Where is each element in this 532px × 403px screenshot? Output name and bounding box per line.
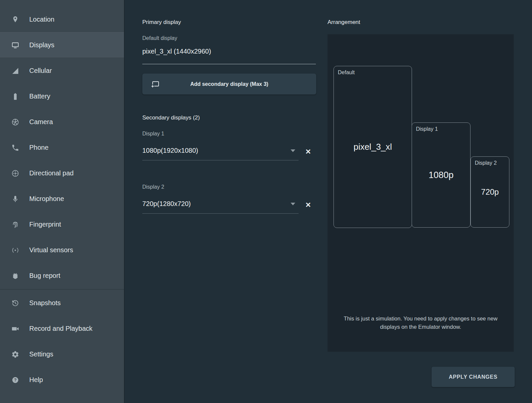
battery-icon <box>11 93 19 101</box>
sidebar-item-label: Record and Playback <box>29 325 92 332</box>
display-2-dropdown-chevron-icon[interactable] <box>291 203 295 205</box>
sidebar-item-bug-report[interactable]: Bug report <box>0 263 124 289</box>
svg-text:?: ? <box>14 378 17 382</box>
sidebar-item-label: Displays <box>29 41 55 49</box>
arrangement-panel: Default pixel_3_xl Display 1 1080p Displ… <box>328 34 514 352</box>
sidebar-item-label: Virtual sensors <box>29 246 73 254</box>
display-1-remove-icon[interactable]: ✕ <box>305 148 311 155</box>
bug-icon <box>11 272 19 280</box>
sidebar-item-label: Help <box>29 376 43 384</box>
sidebar-item-settings[interactable]: Settings <box>0 341 124 367</box>
sidebar-item-virtual-sensors[interactable]: Virtual sensors <box>0 237 124 263</box>
sidebar-item-label: Settings <box>29 350 53 358</box>
sidebar-item-microphone[interactable]: Microphone <box>0 186 124 212</box>
default-display-underline <box>142 64 316 64</box>
sidebar-item-label: Location <box>29 16 55 23</box>
arrangement-box-display-1: Display 1 1080p <box>412 122 470 228</box>
display-1-resolution-select[interactable]: 1080p(1920x1080) <box>142 147 198 154</box>
simulation-note: This is just a simulation. You need to a… <box>341 314 500 331</box>
add-display-icon <box>151 80 160 89</box>
secondary-displays-section-title: Secondary displays (2) <box>142 114 200 121</box>
sidebar-item-label: Cellular <box>29 67 52 75</box>
fingerprint-icon <box>11 221 19 229</box>
virtual-sensors-icon <box>11 246 19 254</box>
settings-gear-icon <box>11 350 19 358</box>
location-pin-icon <box>11 16 19 24</box>
arrangement-box-default: Default pixel_3_xl <box>333 66 412 228</box>
sidebar-item-label: Directional pad <box>29 169 73 177</box>
sidebar-item-record-and-playback[interactable]: Record and Playback <box>0 316 124 341</box>
sidebar-divider <box>0 289 124 290</box>
display-2-remove-icon[interactable]: ✕ <box>305 201 311 208</box>
camera-icon <box>11 118 19 126</box>
cellular-icon <box>11 67 19 75</box>
sidebar: Location Displays Cellular Battery Camer… <box>0 0 124 403</box>
primary-display-section-title: Primary display <box>142 19 181 26</box>
displays-icon <box>11 41 19 49</box>
sidebar-item-displays[interactable]: Displays <box>0 32 124 58</box>
sidebar-item-label: Bug report <box>29 272 60 280</box>
dpad-icon <box>11 169 19 177</box>
sidebar-item-label: Fingerprint <box>29 221 61 228</box>
phone-icon <box>11 144 19 152</box>
snapshots-icon <box>11 299 19 307</box>
record-icon <box>11 325 19 333</box>
arrangement-section-title: Arrangement <box>328 19 360 26</box>
sidebar-item-label: Camera <box>29 118 53 126</box>
default-display-value[interactable]: pixel_3_xl (1440x2960) <box>142 48 211 55</box>
display-1-label: Display 1 <box>142 131 164 137</box>
sidebar-item-snapshots[interactable]: Snapshots <box>0 290 124 316</box>
microphone-icon <box>11 195 19 203</box>
display-2-label: Display 2 <box>142 184 164 190</box>
add-secondary-display-label: Add secondary display (Max 3) <box>190 81 268 87</box>
arrangement-box-value: 1080p <box>412 123 470 227</box>
sidebar-item-cellular[interactable]: Cellular <box>0 58 124 84</box>
arrangement-box-display-2: Display 2 720p <box>470 156 509 228</box>
sidebar-item-directional-pad[interactable]: Directional pad <box>0 160 124 186</box>
add-secondary-display-button[interactable]: Add secondary display (Max 3) <box>142 74 316 95</box>
display-2-resolution-select[interactable]: 720p(1280x720) <box>142 200 191 208</box>
sidebar-item-help[interactable]: ? Help <box>0 367 124 393</box>
display-1-dropdown-chevron-icon[interactable] <box>291 149 295 152</box>
sidebar-item-label: Microphone <box>29 195 64 203</box>
default-display-label: Default display <box>142 35 177 41</box>
arrangement-box-value: pixel_3_xl <box>334 66 412 228</box>
sidebar-item-label: Battery <box>29 93 50 100</box>
arrangement-box-value: 720p <box>471 157 509 227</box>
sidebar-item-fingerprint[interactable]: Fingerprint <box>0 212 124 237</box>
sidebar-item-label: Snapshots <box>29 299 61 307</box>
help-icon: ? <box>11 376 19 384</box>
sidebar-item-phone[interactable]: Phone <box>0 135 124 160</box>
sidebar-item-label: Phone <box>29 144 49 151</box>
sidebar-item-camera[interactable]: Camera <box>0 109 124 135</box>
sidebar-item-location[interactable]: Location <box>0 7 124 32</box>
apply-changes-button[interactable]: APPLY CHANGES <box>432 367 515 387</box>
sidebar-item-battery[interactable]: Battery <box>0 84 124 109</box>
display-2-underline <box>142 213 299 214</box>
display-1-underline <box>142 160 299 160</box>
